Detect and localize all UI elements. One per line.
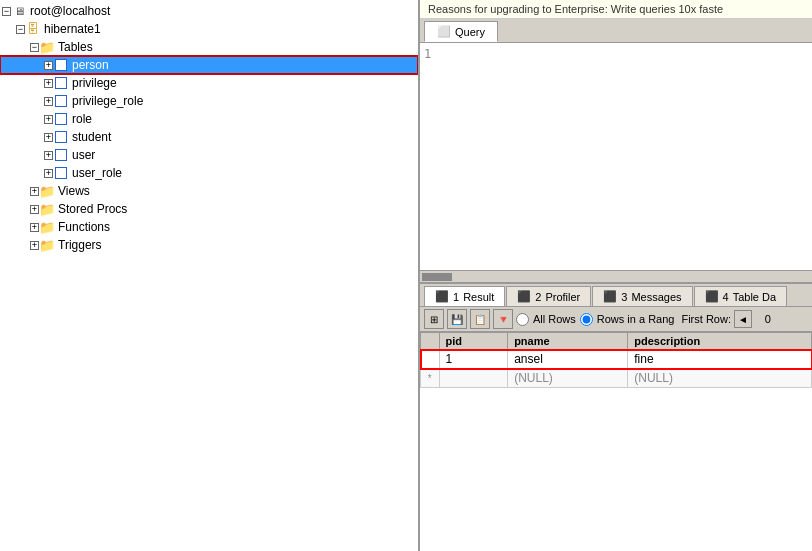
functions-folder-icon: 📁 — [39, 219, 55, 235]
tables-label: Tables — [58, 40, 93, 54]
row-indicator-new: * — [421, 369, 440, 388]
radio-group: All Rows Rows in a Rang — [516, 313, 674, 326]
messages-tab-label: Messages — [631, 291, 681, 303]
tree-item-privilege[interactable]: + privilege — [0, 74, 418, 92]
tree-item-user-role[interactable]: + user_role — [0, 164, 418, 182]
query-tab-icon: ⬜ — [437, 25, 451, 38]
result-toolbar: ⊞ 💾 📋 🔻 All Rows Rows in a Rang First Ro… — [420, 307, 812, 332]
table-icon-person — [53, 57, 69, 73]
tree-item-db[interactable]: − 🗄 hibernate1 — [0, 20, 418, 38]
expand-views[interactable]: + — [30, 187, 39, 196]
database-icon: 🗄 — [25, 21, 41, 37]
tree-container: − 🖥 root@localhost − 🗄 hibernate1 − 📁 Ta… — [0, 0, 418, 551]
tree-item-triggers[interactable]: + 📁 Triggers — [0, 236, 418, 254]
messages-tab-number: 3 — [621, 291, 627, 303]
right-panel: Reasons for upgrading to Enterprise: Wri… — [420, 0, 812, 551]
tab-result[interactable]: ⬛ 1 Result — [424, 286, 505, 306]
expand-stored-procs[interactable]: + — [30, 205, 39, 214]
user-role-label: user_role — [72, 166, 122, 180]
cell-pid-new[interactable] — [439, 369, 508, 388]
server-icon: 🖥 — [11, 3, 27, 19]
editor-scrollbar[interactable] — [420, 270, 812, 282]
cell-pid-1[interactable]: 1 — [439, 350, 508, 369]
expand-functions[interactable]: + — [30, 223, 39, 232]
all-rows-label: All Rows — [533, 313, 576, 325]
result-tab-icon: ⬛ — [435, 290, 449, 303]
col-pdescription[interactable]: pdescription — [628, 333, 812, 350]
cell-pdescription-1[interactable]: fine — [628, 350, 812, 369]
table-row: 1 1 ansel fine — [421, 350, 812, 369]
result-btn-1[interactable]: ⊞ — [424, 309, 444, 329]
tree-item-views[interactable]: + 📁 Views — [0, 182, 418, 200]
user-label: user — [72, 148, 95, 162]
tree-item-student[interactable]: + student — [0, 128, 418, 146]
tree-item-stored-procs[interactable]: + 📁 Stored Procs — [0, 200, 418, 218]
tabledata-tab-icon: ⬛ — [705, 290, 719, 303]
left-panel: − 🖥 root@localhost − 🗄 hibernate1 − 📁 Ta… — [0, 0, 420, 551]
tree-item-person[interactable]: + person — [0, 56, 418, 74]
expand-root[interactable]: − — [2, 7, 11, 16]
stored-procs-folder-icon: 📁 — [39, 201, 55, 217]
tab-messages[interactable]: ⬛ 3 Messages — [592, 286, 692, 306]
tree-item-privilege-role[interactable]: + privilege_role — [0, 92, 418, 110]
col-pname[interactable]: pname — [508, 333, 628, 350]
expand-role[interactable]: + — [44, 115, 53, 124]
col-indicator — [421, 333, 440, 350]
root-label: root@localhost — [30, 4, 110, 18]
tabledata-tab-number: 4 — [723, 291, 729, 303]
role-label: role — [72, 112, 92, 126]
functions-label: Functions — [58, 220, 110, 234]
result-table-container: pid pname pdescription 1 1 ansel fine * — [420, 332, 812, 551]
col-pid[interactable]: pid — [439, 333, 508, 350]
tables-folder-icon: 📁 — [39, 39, 55, 55]
tab-tabledata[interactable]: ⬛ 4 Table Da — [694, 286, 788, 306]
tabledata-tab-label: Table Da — [733, 291, 776, 303]
table-icon-user — [53, 147, 69, 163]
tree-item-root[interactable]: − 🖥 root@localhost — [0, 2, 418, 20]
row-indicator-1: 1 — [421, 350, 440, 369]
query-editor[interactable]: 1 — [420, 43, 812, 270]
table-icon-privilege-role — [53, 93, 69, 109]
cell-pname-null[interactable]: (NULL) — [508, 369, 628, 388]
result-btn-3[interactable]: 📋 — [470, 309, 490, 329]
result-table: pid pname pdescription 1 1 ansel fine * — [420, 332, 812, 388]
views-folder-icon: 📁 — [39, 183, 55, 199]
upgrade-text: Reasons for upgrading to Enterprise: Wri… — [428, 3, 723, 15]
query-tab-bar: ⬜ Query — [420, 19, 812, 43]
scrollbar-thumb[interactable] — [422, 273, 452, 281]
nav-prev-btn[interactable]: ◄ — [734, 310, 752, 328]
expand-tables[interactable]: − — [30, 43, 39, 52]
expand-student[interactable]: + — [44, 133, 53, 142]
tree-item-role[interactable]: + role — [0, 110, 418, 128]
triggers-label: Triggers — [58, 238, 102, 252]
result-btn-4[interactable]: 🔻 — [493, 309, 513, 329]
result-tab-label: Result — [463, 291, 494, 303]
query-tab-label: Query — [455, 26, 485, 38]
expand-person[interactable]: + — [44, 61, 53, 70]
bottom-tabs: ⬛ 1 Result ⬛ 2 Profiler ⬛ 3 Messages ⬛ 4… — [420, 282, 812, 307]
result-tab-number: 1 — [453, 291, 459, 303]
person-label: person — [72, 58, 109, 72]
tree-item-tables[interactable]: − 📁 Tables — [0, 38, 418, 56]
expand-privilege-role[interactable]: + — [44, 97, 53, 106]
radio-all-rows[interactable] — [516, 313, 529, 326]
table-icon-user-role — [53, 165, 69, 181]
expand-user[interactable]: + — [44, 151, 53, 160]
expand-db[interactable]: − — [16, 25, 25, 34]
tree-item-user[interactable]: + user — [0, 146, 418, 164]
result-btn-2[interactable]: 💾 — [447, 309, 467, 329]
cell-pname-1[interactable]: ansel — [508, 350, 628, 369]
expand-privilege[interactable]: + — [44, 79, 53, 88]
expand-user-role[interactable]: + — [44, 169, 53, 178]
db-label: hibernate1 — [44, 22, 101, 36]
table-header-row: pid pname pdescription — [421, 333, 812, 350]
expand-triggers[interactable]: + — [30, 241, 39, 250]
cell-pdescription-null[interactable]: (NULL) — [628, 369, 812, 388]
tree-item-functions[interactable]: + 📁 Functions — [0, 218, 418, 236]
privilege-role-label: privilege_role — [72, 94, 143, 108]
upgrade-banner: Reasons for upgrading to Enterprise: Wri… — [420, 0, 812, 19]
tab-query[interactable]: ⬜ Query — [424, 21, 498, 42]
stored-procs-label: Stored Procs — [58, 202, 127, 216]
tab-profiler[interactable]: ⬛ 2 Profiler — [506, 286, 591, 306]
radio-rows-range[interactable] — [580, 313, 593, 326]
